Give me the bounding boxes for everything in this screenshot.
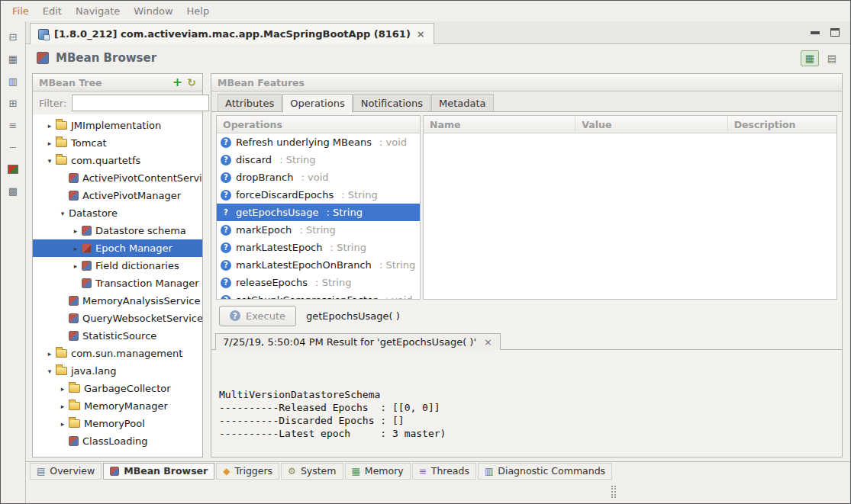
dock-window-icon[interactable]: ⊟ bbox=[7, 32, 19, 42]
panel-window-icon[interactable]: ⊞ bbox=[7, 98, 19, 108]
tab-overview[interactable]: ▤ Overview bbox=[30, 463, 102, 480]
close-icon[interactable]: × bbox=[483, 336, 493, 348]
chevron-down-icon[interactable]: ▾ bbox=[44, 157, 56, 165]
menu-file[interactable]: File bbox=[5, 2, 36, 20]
tree-item[interactable]: StatisticSource bbox=[33, 327, 202, 345]
tree-item[interactable]: ▸JMImplementation bbox=[33, 117, 202, 134]
chevron-down-icon[interactable]: ▾ bbox=[44, 368, 56, 375]
tree-item[interactable]: ClassLoading bbox=[33, 432, 202, 450]
menu-navigate[interactable]: Navigate bbox=[69, 2, 127, 20]
tab-notifications[interactable]: Notifications bbox=[353, 94, 430, 111]
mbean-features-panel: MBean Features Attributes Operations Not… bbox=[211, 73, 843, 457]
operation-name: markEpoch bbox=[236, 224, 292, 236]
tree-item[interactable]: QueryWebsocketService bbox=[33, 310, 202, 327]
result-tab-title: 7/25/19, 5:50:04 PM Result for 'getEpoch… bbox=[223, 336, 476, 348]
operation-row[interactable]: ?markLatestEpoch : String bbox=[217, 239, 420, 256]
question-icon: ? bbox=[221, 137, 231, 148]
list-view-toggle-icon[interactable]: ▤ bbox=[823, 50, 841, 66]
refresh-icon[interactable]: ↻ bbox=[187, 77, 196, 88]
menu-window[interactable]: Window bbox=[127, 2, 179, 20]
grid-view-toggle-icon[interactable]: ▦ bbox=[801, 50, 819, 66]
operation-row[interactable]: ?forceDiscardEpochs : String bbox=[217, 186, 420, 204]
column-header-name[interactable]: Name bbox=[424, 116, 575, 133]
tree-item-label: QueryWebsocketService bbox=[82, 313, 202, 324]
grid-view-icon[interactable]: ▦ bbox=[7, 54, 19, 64]
tree-item[interactable]: ▸com.sun.management bbox=[33, 345, 202, 362]
splitter-handle-icon[interactable] bbox=[611, 486, 616, 498]
operation-row[interactable]: ?discard : String bbox=[217, 151, 420, 169]
operation-name: setChunkCompressionFactor bbox=[236, 294, 377, 299]
filter-input[interactable] bbox=[72, 95, 209, 111]
tree-item-selected[interactable]: ▸Epoch Manager bbox=[33, 239, 202, 257]
application-window: File Edit Navigate Window Help ⊟ ▦ ▥ ⊞ ≡… bbox=[0, 0, 851, 504]
users-icon[interactable]: ▥ bbox=[7, 76, 19, 86]
operation-row[interactable]: ?markEpoch : String bbox=[217, 221, 420, 239]
maximize-icon[interactable] bbox=[830, 28, 840, 37]
tree-item[interactable]: ActivePivotContentServi bbox=[33, 169, 202, 187]
result-tab[interactable]: 7/25/19, 5:50:04 PM Result for 'getEpoch… bbox=[215, 333, 501, 350]
chevron-right-icon[interactable]: ▸ bbox=[44, 122, 56, 130]
dashes-icon[interactable]: ┄ bbox=[7, 143, 19, 152]
list-icon[interactable]: ≡ bbox=[7, 120, 19, 130]
tab-threads[interactable]: ≡ Threads bbox=[412, 463, 476, 480]
palette-icon[interactable] bbox=[8, 165, 18, 174]
tab-triggers[interactable]: ◆ Triggers bbox=[216, 463, 279, 480]
menu-edit[interactable]: Edit bbox=[36, 2, 69, 20]
chevron-right-icon[interactable]: ▸ bbox=[69, 227, 82, 235]
execute-button[interactable]: ? Execute bbox=[219, 306, 296, 326]
tab-memory[interactable]: ▦ Memory bbox=[345, 463, 411, 480]
chevron-right-icon[interactable]: ▸ bbox=[56, 403, 69, 410]
chevron-right-icon[interactable]: ▸ bbox=[69, 245, 82, 252]
chevron-down-icon[interactable]: ▾ bbox=[56, 210, 69, 217]
tree-item-label: JMImplementation bbox=[71, 120, 161, 131]
matrix-icon[interactable]: ▩ bbox=[7, 186, 19, 196]
operation-type: : String bbox=[323, 207, 362, 218]
tree-item-label: Tomcat bbox=[71, 137, 107, 149]
operation-row[interactable]: ?markLatestEpochOnBranch : String bbox=[217, 256, 420, 274]
operation-row[interactable]: ?Refresh underlying MBeans : void bbox=[217, 133, 420, 151]
chevron-right-icon[interactable]: ▸ bbox=[44, 140, 56, 147]
tab-system[interactable]: ⚙ System bbox=[281, 463, 343, 480]
column-header-value[interactable]: Value bbox=[575, 116, 727, 133]
operation-row[interactable]: ?releaseEpochs : String bbox=[217, 274, 420, 291]
menu-help[interactable]: Help bbox=[180, 2, 217, 20]
operation-row-selected[interactable]: ?getEpochsUsage : String bbox=[217, 204, 420, 221]
question-icon: ? bbox=[221, 242, 231, 253]
page-header: MBean Browser ▦ ▤ bbox=[26, 44, 850, 72]
operation-row[interactable]: ?dropBranch : void bbox=[217, 169, 420, 186]
tab-metadata[interactable]: Metadata bbox=[431, 94, 494, 111]
application-tab[interactable]: [1.8.0_212] com.activeviam.mac.app.MacSp… bbox=[30, 23, 434, 44]
tree-item[interactable]: ▸Datastore schema bbox=[33, 222, 202, 239]
chevron-right-icon[interactable]: ▸ bbox=[44, 350, 56, 358]
tree-item[interactable]: ▾java.lang bbox=[33, 362, 202, 380]
minimize-icon[interactable] bbox=[811, 31, 820, 34]
tab-attributes[interactable]: Attributes bbox=[218, 94, 282, 111]
tree-item[interactable]: ▸MemoryManager bbox=[33, 397, 202, 415]
tree-item[interactable]: ActivePivotManager bbox=[33, 187, 202, 204]
add-icon[interactable]: + bbox=[172, 77, 182, 88]
tab-mbean-browser[interactable]: MBean Browser bbox=[103, 463, 214, 480]
operation-type: : void bbox=[376, 136, 407, 148]
tree-item[interactable]: ▸Tomcat bbox=[33, 134, 202, 152]
tree-item[interactable]: ▸GarbageCollector bbox=[33, 380, 202, 397]
diagnostic-icon: ▥ bbox=[485, 467, 493, 476]
tree-item[interactable]: MemoryAnalysisService bbox=[33, 292, 202, 310]
tab-diagnostic-commands[interactable]: ▥ Diagnostic Commands bbox=[478, 463, 612, 480]
tree-item[interactable]: Transaction Manager bbox=[33, 274, 202, 292]
mbean-tree-title: MBean Tree bbox=[39, 77, 102, 88]
tab-operations[interactable]: Operations bbox=[282, 94, 352, 112]
tree-item[interactable]: ▾com.quartetfs bbox=[33, 152, 202, 169]
mbean-icon bbox=[69, 313, 79, 323]
column-header-description[interactable]: Description bbox=[728, 116, 836, 133]
tree-item[interactable]: ▸Field dictionaries bbox=[33, 257, 202, 274]
tree-item[interactable]: ▸MemoryPool bbox=[33, 415, 202, 432]
operation-row[interactable]: ?setChunkCompressionFactor : void bbox=[217, 291, 420, 299]
close-icon[interactable]: × bbox=[416, 28, 426, 40]
result-line: MultiVersionDatastoreSchema bbox=[219, 388, 842, 401]
chevron-right-icon[interactable]: ▸ bbox=[69, 262, 82, 270]
chevron-right-icon[interactable]: ▸ bbox=[56, 385, 69, 393]
chevron-right-icon[interactable]: ▸ bbox=[56, 420, 69, 428]
tree-item[interactable]: ▾Datastore bbox=[33, 204, 202, 222]
tree-item-label: Transaction Manager bbox=[95, 278, 198, 289]
mbean-icon bbox=[69, 331, 79, 341]
